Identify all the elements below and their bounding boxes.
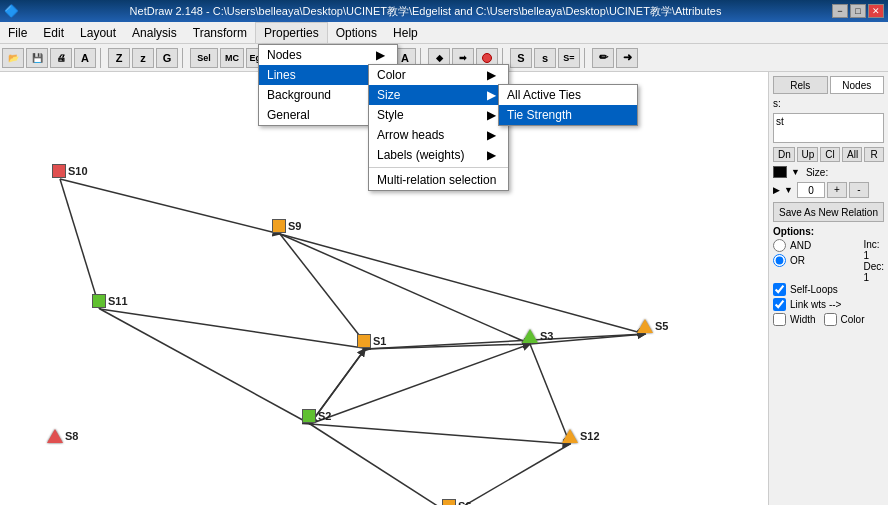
node-S5[interactable]: S5: [637, 319, 668, 333]
print-btn[interactable]: 🖨: [50, 48, 72, 68]
dn-btn[interactable]: Dn: [773, 147, 795, 162]
lines-labels[interactable]: Labels (weights) ▶: [369, 145, 508, 165]
menu-help[interactable]: Help: [385, 22, 426, 43]
title-icon: 🔷: [4, 4, 19, 18]
menu-options[interactable]: Options: [328, 22, 385, 43]
all-active-ties[interactable]: All Active Ties: [499, 85, 637, 105]
node-S11[interactable]: S11: [92, 294, 128, 308]
svg-line-19: [310, 424, 450, 505]
self-loops-checkbox[interactable]: [773, 283, 786, 296]
up-btn[interactable]: Up: [797, 147, 819, 162]
link-wts-checkbox[interactable]: [773, 298, 786, 311]
and-radio[interactable]: [773, 239, 786, 252]
link-wts-row: Link wts -->: [773, 298, 884, 311]
arrow-btn[interactable]: ➜: [616, 48, 638, 68]
svg-line-13: [365, 334, 645, 349]
svg-line-9: [100, 309, 370, 349]
node-S12[interactable]: S12: [562, 429, 600, 443]
section-label: s:: [773, 98, 884, 109]
menu-edit[interactable]: Edit: [35, 22, 72, 43]
nodes-tab[interactable]: Nodes: [830, 76, 885, 94]
node-shape-S6: [442, 499, 456, 505]
inc-col: Inc: 1 Dec: 1: [863, 239, 884, 283]
color-checkbox[interactable]: [824, 313, 837, 326]
size-plus-btn[interactable]: +: [827, 182, 847, 198]
size-submenu: All Active Ties Tie Strength: [498, 84, 638, 126]
node-shape-S2: [302, 409, 316, 423]
size-minus-btn[interactable]: -: [849, 182, 869, 198]
cl-btn[interactable]: Cl: [820, 147, 840, 162]
toolbar-sep2: [182, 48, 186, 68]
options-label: Options:: [773, 226, 884, 237]
size-input[interactable]: [797, 182, 825, 198]
menu-bar: File Edit Layout Analysis Transform Prop…: [0, 22, 888, 44]
zoom-out-btn[interactable]: z: [132, 48, 154, 68]
rels-tab[interactable]: Rels: [773, 76, 828, 94]
node-label-S5: S5: [655, 320, 668, 332]
svg-line-22: [60, 179, 280, 234]
save-relation-btn[interactable]: Save As New Relation: [773, 202, 884, 222]
menu-file[interactable]: File: [0, 22, 35, 43]
node-shape-S10: [52, 164, 66, 178]
pencil-btn[interactable]: ✏: [592, 48, 614, 68]
node-label-S1: S1: [373, 335, 386, 347]
node-shape-S11: [92, 294, 106, 308]
node-S8[interactable]: S8: [47, 429, 78, 443]
node-label-S10: S10: [68, 165, 88, 177]
title-bar: 🔷 NetDraw 2.148 - C:\Users\belleaya\Desk…: [0, 0, 888, 22]
node-label-S11: S11: [108, 295, 128, 307]
node-S10[interactable]: S10: [52, 164, 88, 178]
grid-btn[interactable]: G: [156, 48, 178, 68]
r-btn[interactable]: R: [864, 147, 884, 162]
or-radio-row: OR: [773, 254, 811, 267]
label-S-btn[interactable]: S: [510, 48, 532, 68]
zoom-in-btn[interactable]: Z: [108, 48, 130, 68]
multi-relation[interactable]: Multi-relation selection: [369, 170, 508, 190]
node-label-S12: S12: [580, 430, 600, 442]
svg-line-21: [60, 179, 100, 309]
svg-line-7: [280, 234, 530, 344]
node-S6[interactable]: S6: [442, 499, 471, 505]
menu-sep: [369, 167, 508, 168]
label-seq-btn[interactable]: S=: [558, 48, 580, 68]
or-radio[interactable]: [773, 254, 786, 267]
node-label-S3: S3: [540, 330, 553, 342]
lines-style[interactable]: Style ▶: [369, 105, 508, 125]
menu-transform[interactable]: Transform: [185, 22, 255, 43]
list-box[interactable]: st: [773, 113, 884, 143]
menu-layout[interactable]: Layout: [72, 22, 124, 43]
minimize-button[interactable]: −: [832, 4, 848, 18]
label-s-btn[interactable]: s: [534, 48, 556, 68]
node-label-S8: S8: [65, 430, 78, 442]
lines-color[interactable]: Color ▶: [369, 65, 508, 85]
node-shape-S12: [562, 429, 578, 443]
node-S3[interactable]: S3: [522, 329, 553, 343]
open-btn[interactable]: 📂: [2, 48, 24, 68]
font-btn[interactable]: A: [74, 48, 96, 68]
menu-properties[interactable]: Properties: [255, 22, 328, 43]
node-shape-S9: [272, 219, 286, 233]
toolbar-sep1: [100, 48, 104, 68]
node-S9[interactable]: S9: [272, 219, 301, 233]
node-shape-S5: [637, 319, 653, 333]
self-loops-row: Self-Loops: [773, 283, 884, 296]
save-btn[interactable]: 💾: [26, 48, 48, 68]
menu-nodes[interactable]: Nodes ▶: [259, 45, 397, 65]
node-S2[interactable]: S2: [302, 409, 331, 423]
tie-strength[interactable]: Tie Strength: [499, 105, 637, 125]
node-label-S2: S2: [318, 410, 331, 422]
menu-analysis[interactable]: Analysis: [124, 22, 185, 43]
mc-btn[interactable]: MC: [220, 48, 244, 68]
maximize-button[interactable]: □: [850, 4, 866, 18]
width-checkbox[interactable]: [773, 313, 786, 326]
close-button[interactable]: ✕: [868, 4, 884, 18]
lines-arrowheads[interactable]: Arrow heads ▶: [369, 125, 508, 145]
panel-tabs: Rels Nodes: [773, 76, 884, 94]
sel-btn[interactable]: Sel: [190, 48, 218, 68]
window-title: NetDraw 2.148 - C:\Users\belleaya\Deskto…: [19, 4, 832, 19]
title-bar-buttons: − □ ✕: [832, 4, 884, 18]
node-S1[interactable]: S1: [357, 334, 386, 348]
node-shape-S3: [522, 329, 538, 343]
all-btn[interactable]: All: [842, 147, 862, 162]
lines-size[interactable]: Size ▶: [369, 85, 508, 105]
